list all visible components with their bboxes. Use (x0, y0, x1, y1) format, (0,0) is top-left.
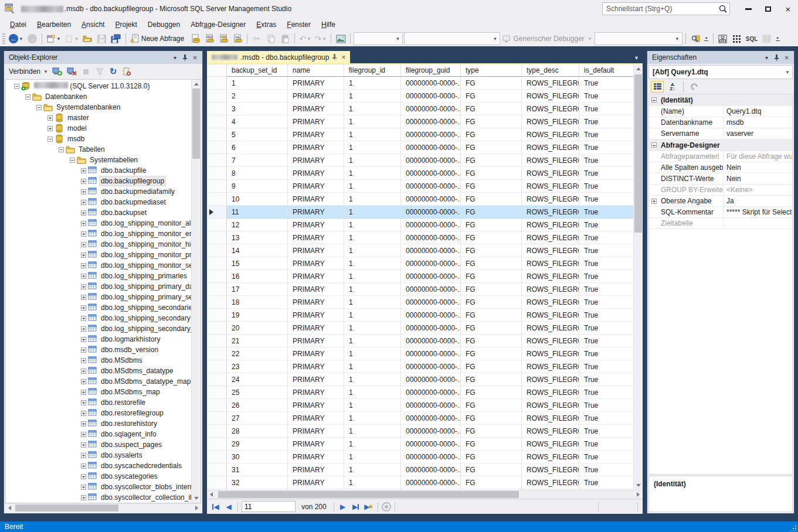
row-header[interactable] (207, 373, 227, 386)
grid-cell[interactable]: PRIMARY (288, 167, 344, 180)
cut-button[interactable]: ✂ (250, 32, 263, 45)
grid-cell[interactable]: 00000000-0000-... (401, 373, 461, 386)
expand-icon[interactable]: + (47, 115, 53, 121)
tree-item-dbo-backupfilegroup[interactable]: +dbo.backupfilegroup (6, 176, 191, 186)
grid-cell[interactable]: True (579, 283, 633, 296)
tree-item-dbo-log-shipping-primary-dat[interactable]: +dbo.log_shipping_primary_dat (6, 281, 191, 292)
image-button[interactable] (334, 32, 347, 45)
grid-row-9[interactable]: 9PRIMARY100000000-0000-...FGROWS_FILEGRO… (207, 180, 633, 193)
grid-cell[interactable]: 1 (344, 360, 401, 373)
grid-cell[interactable]: 20 (227, 322, 288, 335)
grid-cell[interactable]: True (579, 463, 633, 476)
row-header[interactable] (207, 244, 227, 257)
expand-icon[interactable]: + (81, 189, 86, 195)
row-header[interactable] (207, 90, 227, 103)
new-query-button[interactable]: Neue Abfrage (129, 32, 188, 45)
pin-icon[interactable] (332, 54, 337, 60)
grid-cell[interactable]: True (579, 231, 633, 244)
dmx-query-button[interactable]: DMX (217, 32, 230, 45)
row-header[interactable] (207, 103, 227, 115)
search-input[interactable] (603, 5, 718, 13)
property-row-group-by-erweite[interactable]: GROUP BY-Erweite<Keine> (649, 185, 792, 196)
scrollbar-thumb[interactable] (634, 74, 642, 233)
tree-item-systemdatenbanken[interactable]: −Systemdatenbanken (6, 102, 191, 112)
grid-cell[interactable]: True (579, 386, 633, 399)
column-header-type_desc[interactable]: type_desc (522, 64, 579, 76)
grid-cell[interactable]: PRIMARY (288, 128, 344, 141)
grid-cell[interactable]: FG (461, 425, 522, 438)
expand-icon[interactable]: + (81, 495, 86, 500)
grid-cell[interactable]: 1 (344, 476, 401, 489)
tree-item-dbo-log-shipping-monitor-his[interactable]: +dbo.log_shipping_monitor_his (6, 239, 191, 250)
grid-cell[interactable]: 00000000-0000-... (401, 90, 461, 103)
tree-item-dbo-msdbms-datatype[interactable]: +dbo.MSdbms_datatype (6, 366, 191, 376)
grid-cell[interactable]: 10 (227, 193, 288, 206)
row-header[interactable] (207, 309, 227, 322)
tree-item-dbo-restorefilegroup[interactable]: +dbo.restorefilegroup (6, 408, 191, 418)
row-header[interactable] (207, 154, 227, 167)
grid-cell[interactable]: 7 (227, 154, 288, 167)
menu-item-projekt[interactable]: Projekt (110, 19, 142, 30)
grid-cell[interactable]: PRIMARY (288, 347, 344, 360)
toolbar-combo-3[interactable]: ▼ (595, 32, 682, 45)
tree-item-dbo-msdbms[interactable]: +dbo.MSdbms (6, 355, 191, 366)
expand-icon[interactable]: + (81, 400, 86, 405)
grid-cell[interactable]: FG (461, 399, 522, 412)
grid-cell[interactable]: ROWS_FILEGRO... (522, 476, 579, 489)
grid-cell[interactable]: 9 (227, 180, 288, 193)
grid-row-30[interactable]: 30PRIMARY100000000-0000-...FGROWS_FILEGR… (207, 451, 633, 463)
tree-item-dbo-log-shipping-monitor-ale[interactable]: +dbo.log_shipping_monitor_ale (6, 218, 191, 229)
grid-cell[interactable]: 1 (344, 335, 401, 347)
expand-icon[interactable]: + (81, 326, 86, 332)
grid-cell[interactable]: FG (461, 373, 522, 386)
property-value[interactable]: Nein (724, 162, 792, 173)
script-button[interactable] (121, 65, 133, 78)
scroll-left-icon[interactable] (5, 504, 14, 512)
grid-cell[interactable]: 00000000-0000-... (401, 180, 461, 193)
grid-row-8[interactable]: 8PRIMARY100000000-0000-...FGROWS_FILEGRO… (207, 167, 633, 180)
grid-cell[interactable]: FG (461, 141, 522, 154)
grid-cell[interactable]: 1 (344, 77, 401, 90)
sort-alphabetical-button[interactable]: AZ↓ (666, 81, 679, 93)
grid-cell[interactable]: 1 (344, 399, 401, 412)
expand-icon[interactable]: + (81, 390, 86, 395)
collapse-icon[interactable]: − (25, 94, 30, 100)
grid-cell[interactable]: 00000000-0000-... (401, 335, 461, 347)
scroll-down-icon[interactable] (634, 481, 643, 490)
maximize-button[interactable] (758, 0, 778, 18)
scrollbar-thumb[interactable] (218, 491, 519, 498)
grid-cell[interactable]: PRIMARY (288, 193, 344, 206)
grid-row-22[interactable]: 22PRIMARY100000000-0000-...FGROWS_FILEGR… (207, 347, 633, 360)
grid-cell[interactable]: ROWS_FILEGRO... (522, 425, 579, 438)
grid-row-2[interactable]: 2PRIMARY100000000-0000-...FGROWS_FILEGRO… (207, 90, 633, 103)
grid-cell[interactable]: 29 (227, 438, 288, 451)
grid-cell[interactable]: True (579, 270, 633, 283)
tree-item-dbo-sqlagent-info[interactable]: +dbo.sqlagent_info (6, 429, 191, 439)
tab-list-dropdown-icon[interactable]: ▼ (634, 55, 643, 63)
grid-cell[interactable]: FG (461, 335, 522, 347)
property-row-datenbankname[interactable]: Datenbanknamemsdb (649, 117, 792, 128)
find-button[interactable] (689, 32, 702, 45)
grid-cell[interactable]: 1 (344, 90, 401, 103)
grid-cell[interactable]: 00000000-0000-... (401, 219, 461, 231)
expand-icon[interactable]: + (81, 453, 86, 458)
expand-icon[interactable]: + (81, 253, 86, 258)
pin-icon[interactable] (772, 53, 782, 63)
grid-row-24[interactable]: 24PRIMARY100000000-0000-...FGROWS_FILEGR… (207, 373, 633, 386)
toolbar-combo-1[interactable]: ▼ (354, 32, 403, 45)
grid-cell[interactable]: True (579, 347, 633, 360)
search-icon[interactable] (718, 4, 728, 14)
grid-row-16[interactable]: 16PRIMARY100000000-0000-...FGROWS_FILEGR… (207, 270, 633, 283)
grid-row-19[interactable]: 19PRIMARY100000000-0000-...FGROWS_FILEGR… (207, 309, 633, 322)
grid-cell[interactable]: 12 (227, 219, 288, 231)
window-position-icon[interactable]: ▾ (170, 53, 180, 63)
grid-cell[interactable]: PRIMARY (288, 309, 344, 322)
grid-row-31[interactable]: 31PRIMARY100000000-0000-...FGROWS_FILEGR… (207, 463, 633, 476)
tree-item-datenbanken[interactable]: −Datenbanken (6, 91, 191, 102)
grid-cell[interactable]: 1 (227, 77, 288, 90)
column-header-backup_set_id[interactable]: backup_set_id (227, 64, 288, 76)
tree-item-dbo-syscachedcredentials[interactable]: +dbo.syscachedcredentials (6, 461, 191, 471)
grid-cell[interactable]: 1 (344, 347, 401, 360)
properties-header[interactable]: Eigenschaften ▾ × (647, 51, 794, 64)
grid-cell[interactable]: 1 (344, 219, 401, 231)
